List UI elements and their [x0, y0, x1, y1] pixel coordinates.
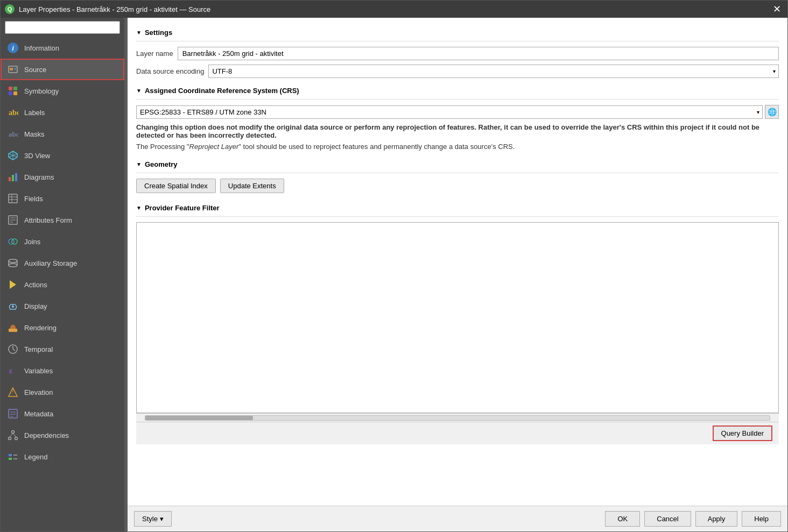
encoding-select[interactable]: UTF-8 ISO-8859-1 Windows-1252 — [208, 65, 779, 78]
masks-icon: abc — [7, 128, 19, 140]
auxiliarystorage-icon — [7, 257, 19, 269]
filter-textarea-wrap — [136, 222, 779, 413]
svg-rect-15 — [15, 173, 17, 181]
sidebar-item-label: Masks — [24, 130, 45, 138]
svg-text:ε: ε — [9, 367, 12, 375]
crs-reproject-link: Reproject Layer — [189, 143, 239, 151]
svg-rect-32 — [9, 329, 17, 332]
titlebar-left: Q Layer Properties - Barnetråkk - 250m g… — [5, 4, 210, 14]
sidebar-item-fields[interactable]: Fields — [1, 188, 124, 209]
provider-filter-section-header[interactable]: ▼ Provider Feature Filter — [136, 200, 779, 217]
titlebar: Q Layer Properties - Barnetråkk - 250m g… — [1, 1, 787, 18]
sidebar-item-elevation[interactable]: Elevation — [1, 381, 124, 403]
main-content: ▼ Settings Layer name Data source encodi… — [128, 18, 787, 506]
sidebar-item-display[interactable]: Display — [1, 295, 124, 317]
sidebar-item-label: Rendering — [24, 324, 57, 332]
provider-filter-label: Provider Feature Filter — [145, 204, 220, 212]
layer-name-label: Layer name — [136, 49, 173, 58]
sidebar-item-label: Information — [24, 44, 59, 52]
footer: Style ▾ OK Cancel Apply Help — [128, 506, 787, 531]
sidebar-item-legend[interactable]: Legend — [1, 446, 124, 467]
cancel-button[interactable]: Cancel — [644, 511, 691, 527]
help-button[interactable]: Help — [742, 511, 781, 527]
create-spatial-index-button[interactable]: Create Spatial Index — [136, 179, 216, 193]
svg-point-31 — [12, 306, 14, 308]
sidebar-item-attributesform[interactable]: Attributes Form — [1, 209, 124, 231]
svg-line-47 — [13, 434, 16, 437]
content-area: i Information Source — [1, 18, 787, 531]
svg-rect-14 — [12, 175, 14, 181]
sidebar-item-metadata[interactable]: Metadata — [1, 403, 124, 424]
geometry-buttons: Create Spatial Index Update Extents — [136, 179, 779, 193]
sidebar-item-label: Temporal — [24, 345, 53, 353]
search-input[interactable] — [5, 21, 120, 34]
filter-textarea[interactable] — [137, 223, 778, 411]
sidebar-item-symbology[interactable]: Symbology — [1, 80, 124, 102]
sidebar-item-3dview[interactable]: 3D View — [1, 145, 124, 166]
display-icon — [7, 300, 19, 312]
geometry-section-header[interactable]: ▼ Geometry — [136, 156, 779, 173]
svg-marker-30 — [10, 280, 16, 289]
crs-select-row: EPSG:25833 - ETRS89 / UTM zone 33N ▾ 🌐 — [136, 105, 779, 119]
sidebar-item-label: Fields — [24, 195, 43, 203]
crs-select[interactable]: EPSG:25833 - ETRS89 / UTM zone 33N — [136, 105, 763, 119]
query-builder-button[interactable]: Query Builder — [713, 425, 772, 441]
footer-right: OK Cancel Apply Help — [605, 511, 781, 527]
variables-icon: ε — [7, 365, 19, 377]
sidebar-item-label: Metadata — [24, 410, 53, 418]
svg-point-25 — [12, 239, 17, 244]
svg-line-35 — [13, 349, 15, 351]
sidebar-item-information[interactable]: i Information — [1, 37, 124, 59]
sidebar-item-diagrams[interactable]: Diagrams — [1, 166, 124, 188]
sidebar-item-joins[interactable]: Joins — [1, 231, 124, 252]
svg-point-26 — [9, 259, 17, 263]
sidebar-item-dependencies[interactable]: Dependencies — [1, 424, 124, 446]
sidebar-item-variables[interactable]: ε Variables — [1, 360, 124, 381]
sidebar-item-label: Display — [24, 302, 47, 310]
source-icon — [7, 63, 19, 75]
legend-icon — [7, 451, 19, 463]
layer-name-input[interactable] — [178, 47, 779, 60]
main-panel: ▼ Settings Layer name Data source encodi… — [128, 18, 787, 531]
crs-note-bold: Changing this option does not modify the… — [136, 123, 779, 139]
crs-arrow: ▼ — [136, 88, 142, 94]
settings-section-label: Settings — [145, 29, 172, 37]
sidebar-item-rendering[interactable]: Rendering — [1, 317, 124, 338]
crs-select-wrapper: EPSG:25833 - ETRS89 / UTM zone 33N ▾ — [136, 105, 763, 119]
style-button[interactable]: Style ▾ — [134, 511, 172, 527]
crs-globe-button[interactable]: 🌐 — [765, 105, 779, 119]
sidebar-item-source[interactable]: Source — [1, 59, 124, 80]
crs-section-header[interactable]: ▼ Assigned Coordinate Reference System (… — [136, 82, 779, 100]
style-label: Style — [142, 515, 158, 523]
horizontal-scrollbar-row — [136, 413, 779, 422]
provider-arrow: ▼ — [136, 205, 142, 211]
crs-note-italic: The Processing "Reproject Layer" tool sh… — [136, 143, 779, 151]
settings-section-header[interactable]: ▼ Settings — [136, 24, 779, 41]
encoding-label: Data source encoding — [136, 67, 204, 75]
svg-point-2 — [14, 68, 16, 70]
sidebar-item-label: Elevation — [24, 388, 53, 396]
horizontal-scrollbar[interactable] — [145, 415, 770, 421]
sidebar-item-actions[interactable]: Actions — [1, 274, 124, 295]
close-button[interactable]: ✕ — [771, 3, 783, 15]
diagrams-icon — [7, 171, 19, 183]
svg-rect-5 — [9, 91, 12, 95]
ok-button[interactable]: OK — [605, 511, 640, 527]
svg-rect-13 — [9, 177, 11, 181]
sidebar-item-label: Source — [24, 66, 46, 74]
geometry-section-label: Geometry — [145, 160, 178, 168]
sidebar-item-temporal[interactable]: Temporal — [1, 338, 124, 360]
svg-point-29 — [9, 264, 17, 267]
update-extents-button[interactable]: Update Extents — [220, 179, 284, 193]
encoding-select-wrapper: UTF-8 ISO-8859-1 Windows-1252 ▾ — [208, 65, 779, 78]
settings-arrow: ▼ — [136, 30, 142, 36]
temporal-icon — [7, 343, 19, 355]
apply-button[interactable]: Apply — [695, 511, 738, 527]
sidebar-item-masks[interactable]: abc Masks — [1, 123, 124, 145]
svg-point-45 — [15, 437, 18, 440]
attributesform-icon — [7, 214, 19, 226]
sidebar-item-labels[interactable]: abc Labels — [1, 102, 124, 123]
sidebar-item-label: 3D View — [24, 152, 50, 160]
encoding-row: Data source encoding UTF-8 ISO-8859-1 Wi… — [136, 65, 779, 78]
sidebar-item-auxiliarystorage[interactable]: Auxiliary Storage — [1, 252, 124, 274]
